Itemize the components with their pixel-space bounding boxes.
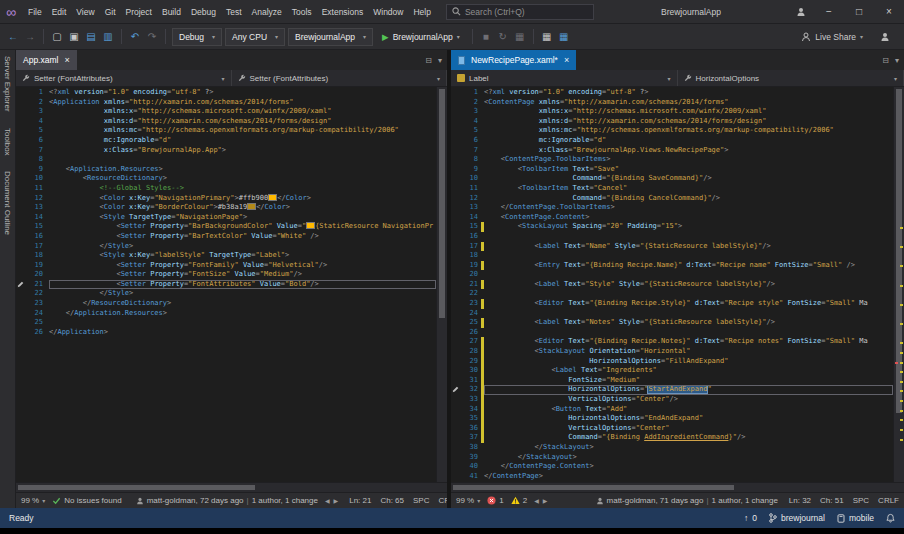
tab-overflow-icon[interactable]: ▾ — [438, 56, 442, 65]
code-line[interactable]: 18 — [451, 251, 893, 261]
menu-file[interactable]: File — [23, 0, 47, 24]
close-tab-icon[interactable]: × — [64, 55, 69, 65]
code-line[interactable]: 12 <Color x:Key="NavigationPrimary">#ffb… — [16, 194, 436, 204]
navigate-back-icon[interactable]: ← — [6, 27, 20, 47]
menu-help[interactable]: Help — [408, 0, 435, 24]
code-line[interactable]: 19 <Setter Property="FontFamily" Value="… — [16, 261, 436, 271]
code-line[interactable]: 27 <Editor Text="{Binding Recipe.Notes}"… — [451, 337, 893, 347]
tab-app-xaml[interactable]: App.xaml × — [16, 50, 77, 70]
scrollbar-thumb[interactable] — [453, 485, 734, 490]
code-line[interactable]: 8 <ContentPage.ToolbarItems> — [451, 155, 893, 165]
redo-icon[interactable]: ↷ — [145, 27, 159, 47]
code-line[interactable]: 37 Command="{Binding AddIngredientComman… — [451, 433, 893, 443]
code-line[interactable]: 35 HorizontalOptions="EndAndExpand" — [451, 414, 893, 424]
menu-debug[interactable]: Debug — [186, 0, 221, 24]
code-line[interactable]: 16 <Setter Property="BarTextColor" Value… — [16, 232, 436, 242]
code-line[interactable]: 8 — [16, 155, 436, 165]
scrollbar-thumb[interactable] — [439, 89, 445, 318]
find-in-files-icon[interactable]: ▦ — [540, 27, 554, 47]
horizontal-scrollbar-right[interactable] — [451, 482, 904, 492]
code-line[interactable]: 26</Application> — [16, 328, 436, 338]
code-line[interactable]: 10 Command="{Binding SaveCommand}"/> — [451, 174, 893, 184]
code-line[interactable]: 20 <Setter Property="FontSize" Value="Me… — [16, 270, 436, 280]
code-line[interactable]: 20 — [451, 270, 893, 280]
code-line[interactable]: 2<ContentPage xmlns="http://xamarin.com/… — [451, 98, 893, 108]
code-line[interactable]: 1<?xml version="1.0" encoding="utf-8" ?> — [451, 88, 893, 98]
document-health-indicator[interactable]: No issues found — [52, 496, 121, 505]
code-line[interactable]: 23 <Editor Text="{Binding Recipe.Style}"… — [451, 299, 893, 309]
line-indicator[interactable]: Ln: 32 — [789, 496, 811, 505]
notifications-bell-icon[interactable] — [886, 513, 895, 523]
menu-view[interactable]: View — [71, 0, 99, 24]
git-blame-info[interactable]: matt-goldman, 71 days ago | 1 author, 1 … — [596, 496, 778, 505]
code-editor-right[interactable]: 1<?xml version="1.0" encoding="utf-8" ?>… — [451, 87, 893, 482]
menu-tools[interactable]: Tools — [287, 0, 317, 24]
menu-edit[interactable]: Edit — [47, 0, 72, 24]
code-line[interactable]: 21 <Setter Property="FontAttributes" Val… — [16, 280, 436, 290]
code-line[interactable]: 6 mc:Ignorable="d" — [451, 136, 893, 146]
error-count[interactable]: 1 — [487, 496, 503, 505]
vertical-scrollbar-left[interactable] — [436, 87, 447, 482]
navbar-type-dropdown[interactable]: Setter (FontAttributes) ▾ — [16, 70, 232, 86]
scrollbar-thumb[interactable] — [18, 485, 255, 490]
code-line[interactable]: 33 VerticalOptions="Center"/> — [451, 395, 893, 405]
step-over-icon[interactable]: ▦ — [513, 27, 527, 47]
code-line[interactable]: 14 <ContentPage.Content> — [451, 213, 893, 223]
minimize-button[interactable]: − — [814, 0, 844, 24]
code-line[interactable]: 10 <ResourceDictionary> — [16, 174, 436, 184]
indent-mode[interactable]: SPC — [853, 496, 869, 505]
code-line[interactable]: 1<?xml version="1.0" encoding="utf-8" ?> — [16, 88, 436, 98]
account-icon[interactable] — [872, 32, 898, 42]
code-line[interactable]: 9 <Application.Resources> — [16, 165, 436, 175]
code-line[interactable]: 24 — [451, 309, 893, 319]
indent-mode[interactable]: SPC — [413, 496, 429, 505]
tool-tab-document-outline[interactable]: Document Outline — [3, 171, 12, 235]
warning-count[interactable]: 2 — [511, 496, 527, 505]
split-window-icon[interactable]: ⊟ — [425, 56, 432, 65]
code-line[interactable]: 18 <Style x:Key="labelStyle" TargetType=… — [16, 251, 436, 261]
navbar-type-dropdown[interactable]: Label ▾ — [451, 70, 678, 86]
git-branch[interactable]: brewjournal — [769, 513, 825, 523]
save-icon[interactable]: ▤ — [84, 27, 98, 47]
next-change-icon[interactable]: ▶ — [543, 497, 548, 504]
next-change-icon[interactable]: ▶ — [334, 497, 339, 504]
zoom-control[interactable]: 99 % ▾ — [21, 496, 45, 505]
code-line[interactable]: 11 <ToolbarItem Text="Cancel" — [451, 184, 893, 194]
start-debugging-button[interactable]: ▶ BrewjournalApp ▾ — [376, 28, 466, 46]
code-line[interactable]: 17 <Label Text="Name" Style="{StaticReso… — [451, 242, 893, 252]
code-line[interactable]: 4 xmlns:d="http://xamarin.com/schemas/20… — [451, 117, 893, 127]
code-line[interactable]: 26 — [451, 328, 893, 338]
prev-change-icon[interactable]: ◀ — [325, 497, 330, 504]
vertical-scrollbar-right[interactable] — [893, 87, 904, 482]
navbar-member-dropdown[interactable]: Setter (FontAttributes) ▾ — [232, 70, 448, 86]
close-button[interactable]: × — [874, 0, 904, 24]
code-line[interactable]: 3 xmlns:x="http://schemas.microsoft.com/… — [451, 107, 893, 117]
live-share-button[interactable]: Live Share ▾ — [795, 32, 869, 42]
code-line[interactable]: 9 <ToolbarItem Text="Save" — [451, 165, 893, 175]
maximize-button[interactable]: □ — [844, 0, 874, 24]
navigate-forward-icon[interactable]: → — [23, 27, 37, 47]
code-editor-left[interactable]: 1<?xml version="1.0" encoding="utf-8" ?>… — [16, 87, 436, 482]
git-blame-info[interactable]: matt-goldman, 72 days ago | 1 author, 1 … — [136, 496, 318, 505]
column-indicator[interactable]: Ch: 51 — [820, 496, 844, 505]
code-line[interactable]: 38 </StackLayout> — [451, 443, 893, 453]
code-line[interactable]: 30 <Label Text="Ingredients" — [451, 366, 893, 376]
save-all-icon[interactable]: ▥ — [101, 27, 115, 47]
unpushed-commits[interactable]: ↑ 0 — [744, 513, 757, 523]
code-line[interactable]: 21 <Label Text="Style" Style="{StaticRes… — [451, 280, 893, 290]
code-line[interactable]: 25 <Label Text="Notes" Style="{StaticRes… — [451, 318, 893, 328]
code-line[interactable]: 17 </Style> — [16, 242, 436, 252]
code-line[interactable]: 4 xmlns:d="http://xamarin.com/schemas/20… — [16, 117, 436, 127]
solution-configuration-dropdown[interactable]: Debug ▾ — [172, 28, 222, 46]
menu-project[interactable]: Project — [121, 0, 157, 24]
tool-tab-server-explorer[interactable]: Server Explorer — [3, 56, 12, 112]
code-line[interactable]: 12 Command="{Binding CancelCommand}"/> — [451, 194, 893, 204]
search-box[interactable]: Search (Ctrl+Q) — [446, 4, 594, 20]
startup-project-dropdown[interactable]: BrewjournalApp ▾ — [288, 28, 373, 46]
column-indicator[interactable]: Ch: 65 — [380, 496, 404, 505]
prev-change-icon[interactable]: ◀ — [534, 497, 539, 504]
code-line[interactable]: 39 </StackLayout> — [451, 453, 893, 463]
code-line[interactable]: 32 HorizontalOptions="StartAndExpand" — [451, 385, 893, 395]
code-line[interactable]: 7 x:Class="BrewjournalApp.Views.NewRecip… — [451, 146, 893, 156]
code-line[interactable]: 13 </ContentPage.ToolbarItems> — [451, 203, 893, 213]
